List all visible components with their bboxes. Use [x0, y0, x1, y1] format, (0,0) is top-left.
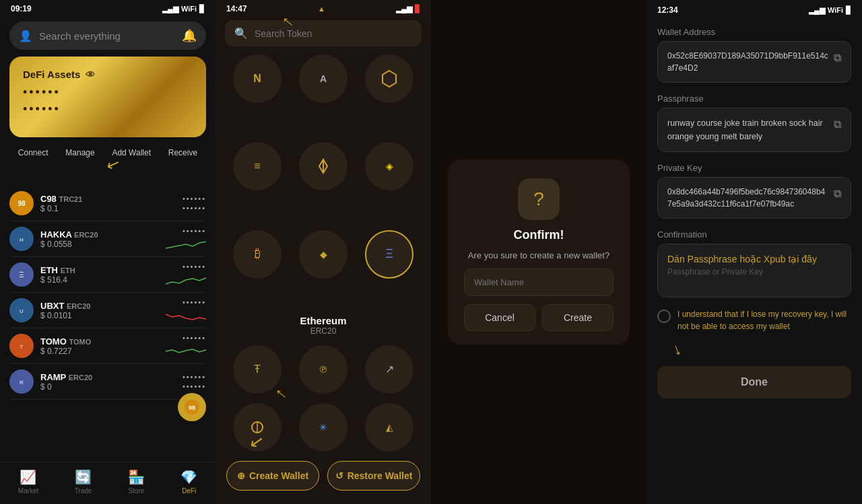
nav-market[interactable]: 📈 Market [18, 469, 39, 495]
token-info-eth: ETH ETH $ 516.4 [40, 265, 159, 285]
bottom-nav: 📈 Market 🔄 Trade 🏪 Store 💎 DeFi [0, 462, 216, 504]
thorchain-token-btn[interactable] [299, 142, 347, 190]
done-button[interactable]: Done [657, 366, 851, 398]
token-name-hakka: HAKKA ERC20 [40, 229, 159, 240]
token-right-eth: •••••• [166, 262, 206, 287]
token-grid-item-waves[interactable]: ≡ [229, 142, 286, 220]
nav-trade[interactable]: 🔄 Trade [75, 469, 92, 495]
token-name-c98: C98 TRC21 [40, 194, 176, 204]
arw-token-btn[interactable]: ↗ [365, 345, 413, 394]
token-grid-item-cake[interactable]: ◆ [295, 230, 352, 308]
near-token-btn[interactable]: N [233, 55, 281, 103]
token-item-ubxt[interactable]: U UBXT ERC20 $ 0.0101 •••••• [9, 293, 206, 328]
modal-overlay: ? Confirm! Are you sure to create a new … [431, 0, 646, 504]
passphrase-label: Passphrase [657, 94, 851, 104]
market-icon: 📈 [20, 469, 36, 485]
restore-icon: ↺ [335, 470, 343, 481]
svg-text:Ξ: Ξ [385, 247, 393, 260]
token-right-tomo: •••••• [166, 334, 206, 358]
token-logo-eth: Ξ [9, 262, 34, 287]
passphrase-box: runway course joke train broken sock hai… [657, 108, 851, 152]
modal-create-button[interactable]: Create [542, 304, 614, 331]
token-grid-item-arw[interactable]: ↗ [361, 345, 418, 394]
token-info-ramp: RAMP ERC20 $ 0 [40, 372, 176, 392]
token-grid-item-atom[interactable]: ✳ [295, 403, 352, 452]
svg-text:↗: ↗ [385, 363, 394, 375]
confirmation-area[interactable]: Dán Passphrase hoặc Xpub tại đây Passphr… [657, 244, 851, 297]
notification-bell-icon[interactable]: 🔔 [182, 28, 197, 43]
svg-text:A: A [320, 73, 327, 84]
selected-token-network: ERC20 [216, 326, 431, 336]
eye-icon[interactable]: 👁 [86, 69, 95, 80]
search-bar[interactable]: 👤 Search everything 🔔 [9, 22, 206, 50]
hex-token-btn[interactable] [365, 55, 413, 103]
manage-button[interactable]: Manage [65, 148, 94, 157]
nav-market-label: Market [18, 487, 39, 495]
token-item-c98[interactable]: 98 C98 TRC21 $ 0.1 •••••• •••••• [9, 186, 206, 221]
private-key-copy-icon[interactable]: ⧉ [834, 186, 841, 202]
nav-trade-label: Trade [75, 487, 92, 495]
floating-c98-badge[interactable]: 98 [178, 393, 206, 421]
atom-token-btn[interactable]: ✳ [299, 403, 347, 452]
wallet-title: DeFi Assets 👁 [23, 69, 193, 80]
cancel-button[interactable]: Cancel [464, 304, 535, 331]
token-price-tomo: $ 0.7227 [40, 347, 159, 356]
receive-button[interactable]: Receive [168, 148, 197, 157]
svg-text:R: R [20, 380, 24, 386]
token-logo-hakka: H [9, 227, 34, 251]
wallet-name-input[interactable] [464, 268, 614, 296]
connect-button[interactable]: Connect [18, 148, 48, 157]
wallet-address-box: 0x52c8E69037D189A35071D9bbF911e514caf7e4… [657, 41, 851, 83]
user-icon: 👤 [19, 30, 32, 42]
token-grid-item-btc[interactable]: ₿ [229, 230, 286, 308]
recovery-checkbox[interactable] [657, 310, 671, 323]
btc-token-btn[interactable]: ₿ [233, 230, 281, 279]
token-info-c98: C98 TRC21 $ 0.1 [40, 194, 176, 213]
selected-token-area: Ethereum ERC20 [216, 315, 431, 336]
private-key-label: Private Key [657, 163, 851, 173]
time-1: 09:19 [11, 4, 32, 13]
private-key-box: 0x8dc466a44b7496f5bedc76c984736048b47e5a… [657, 177, 851, 219]
confirm-placeholder: Passphrase or Private Key [667, 267, 841, 277]
token-item-tomo[interactable]: T TOMO TOMO $ 0.7227 •••••• [9, 328, 206, 364]
token-grid-item-pp[interactable]: ℗ [295, 345, 352, 394]
token-grid-item-eth[interactable]: Ξ [361, 230, 418, 308]
battery-low-icon: ▊ [415, 5, 420, 13]
nav-store[interactable]: 🏪 Store [128, 469, 145, 495]
token-item-eth[interactable]: Ξ ETH ETH $ 516.4 •••••• [9, 257, 206, 293]
create-wallet-button[interactable]: ⊕ Create Wallet [226, 461, 319, 491]
nav-defi[interactable]: 💎 DeFi [180, 469, 197, 495]
wallet-card[interactable]: DeFi Assets 👁 •••••• •••••• [9, 57, 206, 137]
panel-confirm-modal: ? Confirm! Are you sure to create a new … [431, 0, 646, 504]
svg-text:✳: ✳ [319, 422, 327, 433]
signal-icon-1: ▂▄▆ [162, 5, 178, 13]
token-right-hakka: •••••• [166, 227, 206, 251]
cake-token-btn[interactable]: ◆ [299, 230, 347, 279]
wallet-address-copy-icon[interactable]: ⧉ [834, 50, 841, 66]
token-grid-item-thorchain[interactable] [295, 142, 352, 220]
token-grid-item-near[interactable]: N [229, 55, 286, 133]
bnb-token-btn[interactable]: ◈ [365, 142, 413, 190]
token-grid-item-arb[interactable]: A [295, 55, 352, 133]
search-token-bar[interactable]: 🔍 Search Token [225, 20, 422, 46]
wallet-actions: Connect Manage Add Wallet ↙ Receive [9, 148, 206, 157]
pp-token-btn[interactable]: ℗ [299, 345, 347, 394]
token-item-ramp[interactable]: R RAMP ERC20 $ 0 •••••• •••••• [9, 364, 206, 400]
modal-question-icon: ? [518, 178, 560, 220]
restore-wallet-button[interactable]: ↺ Restore Wallet [327, 461, 420, 491]
svg-text:≡: ≡ [254, 160, 260, 172]
svg-text:98: 98 [18, 200, 26, 207]
waves-token-btn[interactable]: ≡ [233, 142, 281, 190]
status-icons-1: ▂▄▆ WiFi ▊ [162, 5, 205, 13]
token-grid-item-bal[interactable]: ◭ [361, 403, 418, 452]
token-grid-item-bnb[interactable]: ◈ [361, 142, 418, 220]
passphrase-copy-icon[interactable]: ⧉ [834, 116, 841, 133]
eth-token-btn-selected[interactable]: Ξ [365, 230, 413, 279]
token-grid-item-hex[interactable] [361, 55, 418, 133]
token-info-tomo: TOMO TOMO $ 0.7227 [40, 336, 159, 356]
token-item-hakka[interactable]: H HAKKA ERC20 $ 0.0558 •••••• [9, 221, 206, 257]
arb-token-btn[interactable]: A [299, 55, 347, 103]
add-wallet-button[interactable]: Add Wallet ↙ [112, 148, 151, 157]
time-4: 12:34 [657, 5, 678, 15]
bal-token-btn[interactable]: ◭ [365, 403, 413, 452]
